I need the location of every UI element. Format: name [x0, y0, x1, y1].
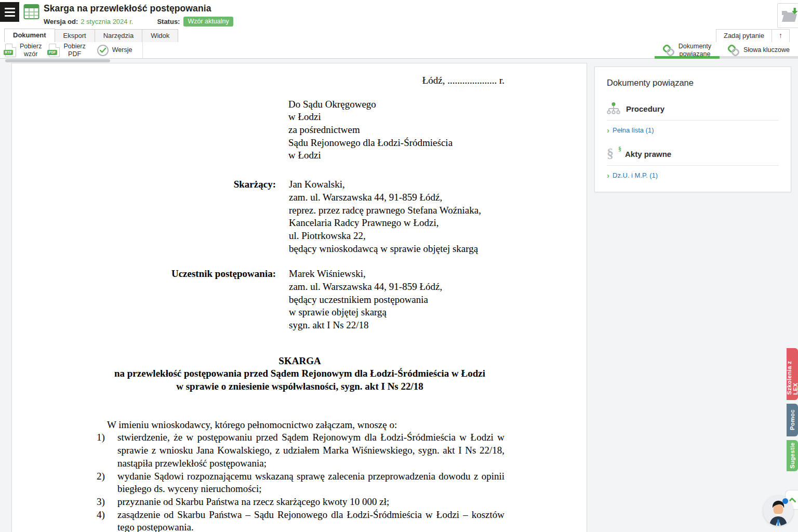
ask-question-button[interactable]: Zadaj pytanie — [716, 29, 772, 42]
claim-item: 4) zasądzenie od Skarbu Państwa – Sądu R… — [95, 509, 504, 532]
hamburger-menu-icon[interactable] — [0, 2, 19, 22]
download-template-button[interactable]: RTF Pobierz wzór — [5, 43, 42, 58]
versions-label: Wersje — [112, 46, 132, 54]
document-type-icon — [23, 4, 39, 22]
party-line: będący wnioskodawcą w sprawie objętej sk… — [289, 243, 504, 256]
related-docs-label-1: Dokumenty — [679, 43, 711, 50]
party-line: zam. ul. Warszawska 44, 91-859 Łódź, — [289, 281, 504, 294]
party-label: Skarżący: — [95, 178, 276, 255]
versions-button[interactable]: Wersje — [97, 45, 132, 56]
version-label: Wersja od: — [44, 18, 78, 25]
keywords-toggle[interactable]: Słowa kluczowe — [720, 42, 798, 58]
edge-tab[interactable]: Sugestie — [787, 440, 798, 471]
link-icon — [728, 45, 739, 56]
party-participant: Uczestnik postępowania: Marek Wiśniewski… — [95, 268, 504, 331]
tab-widok[interactable]: Widok — [142, 29, 178, 42]
party-line: reprez. przez radcę prawnego Stefana Woź… — [289, 204, 504, 217]
related-documents-toggle[interactable]: Dokumenty powiązane — [655, 42, 720, 58]
document-intro: W imieniu wnioskodawcy, którego pełnomoc… — [95, 419, 504, 432]
addressee-line: za pośrednictwem — [288, 124, 504, 137]
rtf-file-icon: RTF — [5, 44, 16, 57]
claim-text: wydanie Sądowi rozpoznającemu wskazaną s… — [117, 471, 504, 495]
download-template-label-1: Pobierz — [20, 43, 42, 50]
horizontal-scrollbar[interactable] — [5, 59, 110, 62]
link-icon — [663, 45, 674, 56]
download-pdf-label-1: Pobierz — [63, 43, 85, 50]
legal-acts-title: Akty prawne — [625, 150, 671, 158]
claim-item: 2) wydanie Sądowi rozpoznającemu wskazan… — [95, 470, 504, 496]
document-toolbar: RTF Pobierz wzór PDF Pobierz PDF Wersje — [0, 42, 798, 59]
party-line: Kancelaria Radcy Prawnego w Łodzi, — [289, 217, 504, 230]
claim-item: 3) przyznanie od Skarbu Państwa na rzecz… — [95, 496, 504, 509]
download-pdf-label-2: PDF — [68, 50, 81, 58]
related-documents-panel: Dokumenty powiązane Procedury › — [594, 66, 791, 192]
addressee-line: Sądu Rejonowego dla Łodzi-Śródmieścia — [288, 137, 504, 150]
addressee-line: w Łodzi — [288, 149, 504, 162]
document-addressee: Do Sądu Okręgowegow Łodziza pośrednictwe… — [288, 98, 504, 162]
edge-tab[interactable]: Szkolenia z LEX — [787, 348, 798, 400]
document-page: Łódź, .................... r. Do Sądu Ok… — [11, 63, 587, 532]
section-legal-acts: §§ Akty prawne › Dz.U. i M.P. (1) — [607, 147, 779, 179]
chevron-right-icon: › — [607, 171, 609, 179]
heading-line: SKARGA — [95, 355, 504, 368]
app-header: Skarga na przewlekłość postępowania Wers… — [0, 0, 798, 29]
document-heading: SKARGAna przewlekłość postępowania przed… — [95, 355, 504, 393]
document-dateline: Łódź, .................... r. — [95, 74, 504, 87]
tab-eksport[interactable]: Eksport — [55, 29, 95, 42]
heading-line: na przewlekłość postępowania przed Sądem… — [95, 367, 504, 380]
version-date: 2 stycznia 2024 r. — [81, 18, 133, 25]
save-to-folder-button[interactable] — [777, 3, 798, 28]
link-label: Dz.U. i M.P. (1) — [613, 171, 658, 179]
party-line: Jan Kowalski, — [289, 178, 504, 191]
section-procedures: Procedury › Pełna lista (1) — [607, 102, 779, 134]
assistant-avatar[interactable] — [763, 496, 793, 526]
party-line: będący uczestnikiem postępowania — [289, 294, 504, 307]
paragraph-icon: §§ — [607, 147, 619, 161]
procedures-full-list-link[interactable]: › Pełna lista (1) — [607, 126, 779, 134]
addressee-line: Do Sądu Okręgowego — [288, 98, 504, 111]
claim-text: stwierdzenie, że w postępowaniu przed Są… — [117, 432, 504, 468]
link-label: Pełna lista (1) — [613, 126, 654, 134]
page-title: Skarga na przewlekłość postępowania — [44, 3, 233, 14]
tab-dokument[interactable]: Dokument — [4, 29, 55, 42]
party-line: w sprawie objętej skargą — [289, 306, 504, 319]
pdf-file-icon: PDF — [49, 44, 60, 57]
tab-narzedzia[interactable]: Narzędzia — [95, 29, 143, 42]
edge-tabs: Szkolenia z LEX Pomoc Sugestie — [787, 348, 798, 475]
claim-text: zasądzenie od Skarbu Państwa – Sądu Rejo… — [117, 509, 504, 532]
collapse-panel-arrow-icon[interactable]: ↑ — [772, 29, 790, 42]
party-label: Uczestnik postępowania: — [95, 268, 276, 331]
claim-item: 1) stwierdzenie, że w postępowaniu przed… — [95, 431, 504, 470]
versions-check-icon — [97, 45, 109, 56]
chevron-right-icon: › — [607, 126, 609, 134]
legal-acts-link[interactable]: › Dz.U. i M.P. (1) — [607, 171, 779, 179]
edge-tab[interactable]: Pomoc — [787, 404, 798, 436]
party-line: ul. Piotrkowska 22, — [289, 230, 504, 243]
main-tabbar: Dokument Eksport Narzędzia Widok Zadaj p… — [0, 29, 798, 42]
party-line: Marek Wiśniewski, — [289, 268, 504, 281]
status-label: Status: — [157, 18, 180, 25]
procedures-tree-icon — [607, 102, 620, 115]
party-line: zam. ul. Warszawska 44, 91-859 Łódź, — [289, 191, 504, 204]
claim-text: przyznanie od Skarbu Państwa na rzecz sk… — [117, 496, 389, 507]
notification-dot — [782, 498, 788, 504]
party-complainant: Skarżący: Jan Kowalski,zam. ul. Warszaws… — [95, 178, 504, 255]
related-docs-label-2: powiązane — [680, 50, 711, 58]
status-badge: Wzór aktualny — [183, 17, 233, 26]
procedures-title: Procedury — [626, 104, 664, 113]
addressee-line: w Łodzi — [288, 111, 504, 124]
related-panel-title: Dokumenty powiązane — [607, 78, 779, 88]
party-line: sygn. akt I Ns 22/18 — [289, 319, 504, 332]
keywords-label: Słowa kluczowe — [743, 46, 790, 54]
claims-list: 1) stwierdzenie, że w postępowaniu przed… — [95, 431, 504, 532]
content-area: Łódź, .................... r. Do Sądu Ok… — [0, 59, 798, 532]
download-template-label-2: wzór — [24, 50, 37, 58]
download-pdf-button[interactable]: PDF Pobierz PDF — [49, 43, 85, 58]
heading-line: w sprawie o zniesienie współwłasności, s… — [95, 380, 504, 393]
